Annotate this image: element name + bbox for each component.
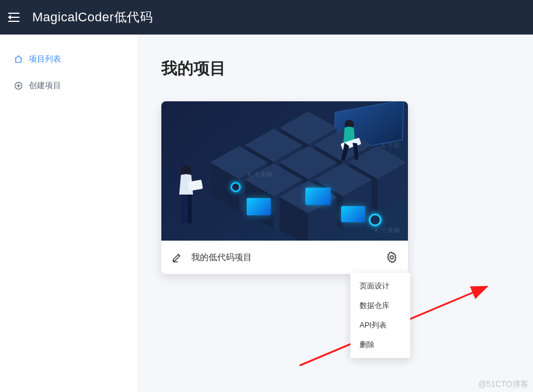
sidebar: 项目列表 创建项目: [0, 35, 138, 392]
home-icon: [14, 55, 23, 64]
page-title: 我的项目: [161, 58, 533, 79]
svg-rect-12: [187, 195, 192, 223]
svg-marker-3: [8, 15, 11, 20]
svg-rect-11: [182, 195, 186, 223]
menu-item-delete[interactable]: 删除: [350, 335, 410, 355]
pencil-icon[interactable]: [171, 251, 183, 264]
svg-point-9: [181, 165, 191, 176]
gear-icon[interactable]: [385, 250, 399, 264]
main-content: 我的项目: [138, 35, 533, 392]
project-card[interactable]: K·千库网 K·千库网 K·千库 我的低代码项目 页面设计: [161, 101, 408, 274]
sidebar-item-label: 项目列表: [29, 54, 61, 64]
plus-circle-icon: [14, 81, 23, 90]
sidebar-item-projects[interactable]: 项目列表: [0, 46, 138, 73]
app-brand: MagicalCoder低代码: [32, 9, 153, 26]
menu-item-api-list[interactable]: API列表: [350, 315, 410, 335]
page-watermark: @51CTO博客: [478, 379, 528, 390]
svg-point-14: [390, 256, 394, 259]
project-card-footer: 我的低代码项目 页面设计 数据仓库 API列表 删除: [161, 241, 408, 274]
menu-toggle-icon[interactable]: [8, 12, 20, 22]
app-header: MagicalCoder低代码: [0, 0, 533, 35]
menu-item-data-warehouse[interactable]: 数据仓库: [350, 296, 410, 315]
sidebar-item-label: 创建项目: [29, 81, 61, 91]
project-cover: K·千库网 K·千库网 K·千库: [161, 101, 408, 241]
settings-dropdown: 页面设计 数据仓库 API列表 删除: [350, 273, 410, 358]
sidebar-item-create[interactable]: 创建项目: [0, 73, 138, 99]
menu-item-page-design[interactable]: 页面设计: [350, 276, 410, 296]
project-title: 我的低代码项目: [191, 252, 377, 263]
